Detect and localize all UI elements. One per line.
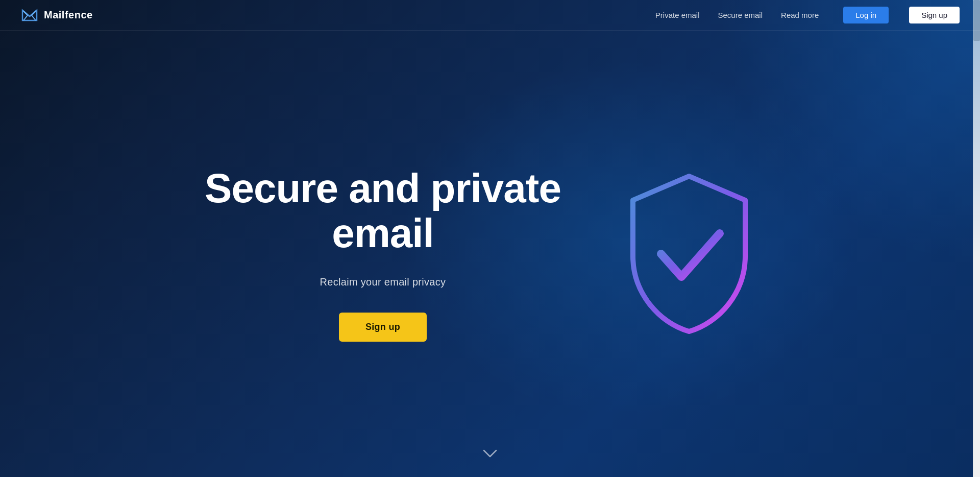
scroll-indicator[interactable] <box>483 447 497 462</box>
chevron-down-icon <box>483 449 497 459</box>
signup-hero-button[interactable]: Sign up <box>339 313 427 342</box>
shield-icon <box>612 167 766 341</box>
svg-rect-0 <box>20 6 39 25</box>
login-button[interactable]: Log in <box>843 7 889 23</box>
hero-subtitle: Reclaim your email privacy <box>204 276 561 288</box>
hero-section: Secure and private email Reclaim your em… <box>0 31 980 477</box>
hero-title: Secure and private email <box>204 166 561 256</box>
scrollbar[interactable] <box>973 0 980 477</box>
mailfence-logo-icon <box>20 6 39 25</box>
logo-text: Mailfence <box>44 9 93 21</box>
signup-nav-button[interactable]: Sign up <box>909 7 960 23</box>
hero-content: Secure and private email Reclaim your em… <box>133 166 847 342</box>
nav-read-more[interactable]: Read more <box>781 11 819 19</box>
page-wrapper: Mailfence Private email Secure email Rea… <box>0 0 980 477</box>
hero-text-block: Secure and private email Reclaim your em… <box>204 166 561 342</box>
nav-secure-email[interactable]: Secure email <box>718 11 763 19</box>
navbar: Mailfence Private email Secure email Rea… <box>0 0 980 31</box>
logo-area: Mailfence <box>20 6 655 25</box>
shield-graphic <box>602 167 776 341</box>
nav-links: Private email Secure email Read more Log… <box>655 7 960 23</box>
nav-private-email[interactable]: Private email <box>655 11 700 19</box>
